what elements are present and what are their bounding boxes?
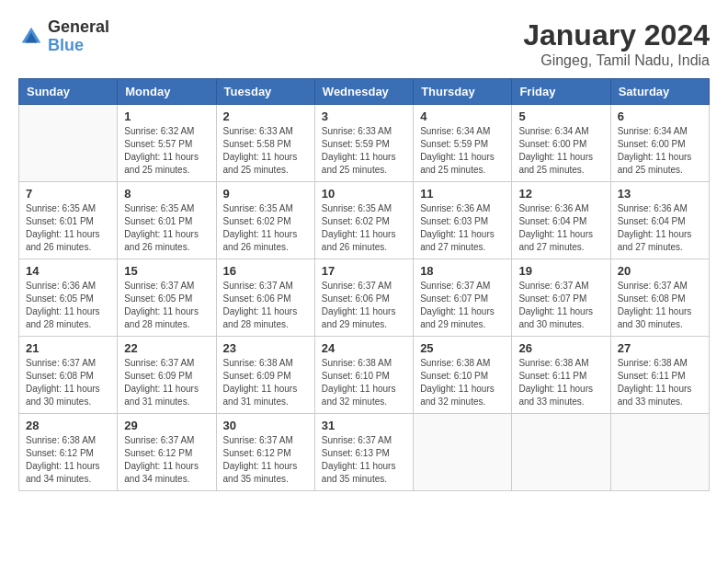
sunrise-text: Sunrise: 6:34 AM [618, 125, 702, 138]
calendar-cell: 21Sunrise: 6:37 AMSunset: 6:08 PMDayligh… [19, 337, 118, 414]
calendar-cell: 6Sunrise: 6:34 AMSunset: 6:00 PMDaylight… [610, 105, 709, 182]
daylight-text: Daylight: 11 hours and 27 minutes. [518, 228, 603, 254]
sunset-text: Sunset: 6:02 PM [223, 215, 308, 228]
sunrise-text: Sunrise: 6:33 AM [223, 125, 308, 138]
sunset-text: Sunset: 6:02 PM [322, 215, 406, 228]
daylight-text: Daylight: 11 hours and 33 minutes. [618, 383, 702, 408]
day-number: 18 [420, 264, 505, 278]
sunrise-text: Sunrise: 6:38 AM [420, 357, 505, 370]
day-number: 1 [124, 109, 209, 123]
sunset-text: Sunset: 6:00 PM [518, 138, 603, 151]
calendar-week-row: 14Sunrise: 6:36 AMSunset: 6:05 PMDayligh… [19, 259, 710, 337]
day-number: 29 [124, 419, 209, 432]
day-info: Sunrise: 6:37 AMSunset: 6:06 PMDaylight:… [223, 280, 308, 331]
day-number: 7 [26, 187, 110, 201]
day-info: Sunrise: 6:36 AMSunset: 6:04 PMDaylight:… [618, 202, 702, 254]
daylight-text: Daylight: 11 hours and 30 minutes. [518, 305, 603, 331]
day-number: 20 [618, 264, 702, 278]
day-info: Sunrise: 6:37 AMSunset: 6:08 PMDaylight:… [618, 280, 702, 331]
sunrise-text: Sunrise: 6:37 AM [322, 280, 406, 293]
calendar-cell: 14Sunrise: 6:36 AMSunset: 6:05 PMDayligh… [19, 259, 118, 337]
daylight-text: Daylight: 11 hours and 29 minutes. [322, 305, 406, 331]
sunset-text: Sunset: 5:57 PM [124, 138, 209, 151]
day-info: Sunrise: 6:38 AMSunset: 6:10 PMDaylight:… [420, 357, 505, 408]
sunrise-text: Sunrise: 6:32 AM [124, 125, 209, 138]
calendar-week-row: 28Sunrise: 6:38 AMSunset: 6:12 PMDayligh… [19, 414, 710, 491]
daylight-text: Daylight: 11 hours and 31 minutes. [124, 383, 209, 408]
day-number: 21 [26, 341, 110, 355]
calendar-cell: 25Sunrise: 6:38 AMSunset: 6:10 PMDayligh… [414, 337, 512, 414]
day-number: 8 [124, 187, 209, 201]
sunset-text: Sunset: 6:07 PM [420, 293, 505, 305]
day-info: Sunrise: 6:34 AMSunset: 6:00 PMDaylight:… [518, 125, 603, 177]
sunset-text: Sunset: 6:04 PM [518, 215, 603, 228]
sunrise-text: Sunrise: 6:36 AM [518, 202, 603, 215]
daylight-text: Daylight: 11 hours and 29 minutes. [420, 305, 505, 331]
day-number: 12 [518, 187, 603, 201]
day-info: Sunrise: 6:33 AMSunset: 5:59 PMDaylight:… [322, 125, 406, 177]
calendar-title: January 2024 [523, 18, 710, 52]
sunrise-text: Sunrise: 6:37 AM [124, 434, 209, 447]
day-info: Sunrise: 6:36 AMSunset: 6:04 PMDaylight:… [518, 202, 603, 254]
calendar-cell: 7Sunrise: 6:35 AMSunset: 6:01 PMDaylight… [19, 182, 118, 259]
sunset-text: Sunset: 6:10 PM [420, 370, 505, 383]
sunrise-text: Sunrise: 6:35 AM [322, 202, 406, 215]
day-number: 24 [322, 341, 406, 355]
calendar-cell [19, 105, 118, 182]
day-info: Sunrise: 6:36 AMSunset: 6:03 PMDaylight:… [420, 202, 505, 254]
calendar-cell: 18Sunrise: 6:37 AMSunset: 6:07 PMDayligh… [414, 259, 512, 337]
day-info: Sunrise: 6:38 AMSunset: 6:09 PMDaylight:… [223, 357, 308, 408]
calendar-cell: 20Sunrise: 6:37 AMSunset: 6:08 PMDayligh… [610, 259, 709, 337]
day-info: Sunrise: 6:34 AMSunset: 5:59 PMDaylight:… [420, 125, 505, 177]
sunrise-text: Sunrise: 6:37 AM [223, 434, 308, 447]
day-info: Sunrise: 6:37 AMSunset: 6:08 PMDaylight:… [26, 357, 110, 408]
sunrise-text: Sunrise: 6:37 AM [124, 357, 209, 370]
day-info: Sunrise: 6:35 AMSunset: 6:02 PMDaylight:… [223, 202, 308, 254]
calendar-cell: 19Sunrise: 6:37 AMSunset: 6:07 PMDayligh… [512, 259, 610, 337]
sunset-text: Sunset: 6:07 PM [518, 293, 603, 305]
daylight-text: Daylight: 11 hours and 34 minutes. [124, 460, 209, 486]
day-info: Sunrise: 6:37 AMSunset: 6:07 PMDaylight:… [420, 280, 505, 331]
day-info: Sunrise: 6:37 AMSunset: 6:09 PMDaylight:… [124, 357, 209, 408]
calendar-cell: 22Sunrise: 6:37 AMSunset: 6:09 PMDayligh… [118, 337, 216, 414]
day-info: Sunrise: 6:37 AMSunset: 6:07 PMDaylight:… [518, 280, 603, 331]
sunrise-text: Sunrise: 6:38 AM [26, 434, 110, 447]
calendar-cell: 26Sunrise: 6:38 AMSunset: 6:11 PMDayligh… [512, 337, 610, 414]
sunset-text: Sunset: 6:01 PM [26, 215, 110, 228]
calendar-cell: 23Sunrise: 6:38 AMSunset: 6:09 PMDayligh… [216, 337, 314, 414]
sunrise-text: Sunrise: 6:34 AM [420, 125, 505, 138]
logo-text: General Blue [48, 18, 109, 55]
sunrise-text: Sunrise: 6:38 AM [518, 357, 603, 370]
day-number: 27 [618, 341, 702, 355]
day-number: 17 [322, 264, 406, 278]
daylight-text: Daylight: 11 hours and 26 minutes. [26, 228, 110, 254]
calendar-cell: 9Sunrise: 6:35 AMSunset: 6:02 PMDaylight… [216, 182, 314, 259]
day-info: Sunrise: 6:37 AMSunset: 6:13 PMDaylight:… [322, 434, 406, 486]
sunset-text: Sunset: 6:09 PM [223, 370, 308, 383]
sunset-text: Sunset: 6:06 PM [223, 293, 308, 305]
day-number: 22 [124, 341, 209, 355]
logo-icon [18, 24, 44, 50]
sunset-text: Sunset: 5:59 PM [322, 138, 406, 151]
weekday-header: Saturday [610, 79, 709, 105]
daylight-text: Daylight: 11 hours and 27 minutes. [420, 228, 505, 254]
sunrise-text: Sunrise: 6:37 AM [420, 280, 505, 293]
day-info: Sunrise: 6:37 AMSunset: 6:06 PMDaylight:… [322, 280, 406, 331]
day-info: Sunrise: 6:38 AMSunset: 6:12 PMDaylight:… [26, 434, 110, 486]
sunset-text: Sunset: 6:11 PM [618, 370, 702, 383]
sunrise-text: Sunrise: 6:35 AM [26, 202, 110, 215]
daylight-text: Daylight: 11 hours and 25 minutes. [124, 151, 209, 177]
title-block: January 2024 Gingeg, Tamil Nadu, India [523, 18, 710, 69]
daylight-text: Daylight: 11 hours and 33 minutes. [518, 383, 603, 408]
sunrise-text: Sunrise: 6:36 AM [618, 202, 702, 215]
sunrise-text: Sunrise: 6:34 AM [518, 125, 603, 138]
weekday-header: Wednesday [314, 79, 413, 105]
day-info: Sunrise: 6:37 AMSunset: 6:12 PMDaylight:… [223, 434, 308, 486]
day-number: 6 [618, 109, 702, 123]
sunrise-text: Sunrise: 6:35 AM [223, 202, 308, 215]
day-number: 19 [518, 264, 603, 278]
sunrise-text: Sunrise: 6:37 AM [518, 280, 603, 293]
calendar-header-row: SundayMondayTuesdayWednesdayThursdayFrid… [19, 79, 710, 105]
calendar-week-row: 7Sunrise: 6:35 AMSunset: 6:01 PMDaylight… [19, 182, 710, 259]
calendar-cell: 1Sunrise: 6:32 AMSunset: 5:57 PMDaylight… [118, 105, 216, 182]
